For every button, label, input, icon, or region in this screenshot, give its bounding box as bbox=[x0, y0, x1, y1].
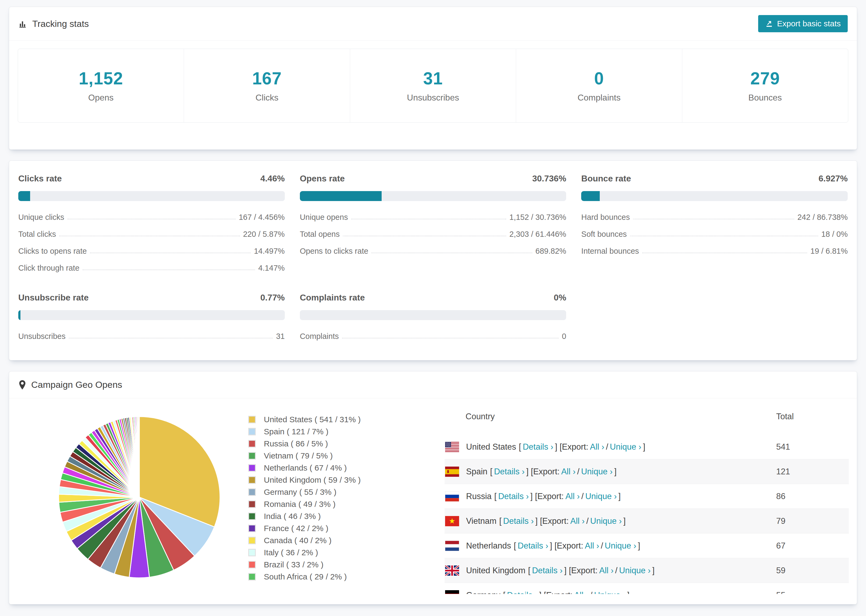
details-link[interactable]: Details › bbox=[498, 492, 529, 501]
rate-row-value: 19 / 6.81% bbox=[810, 247, 848, 256]
flag-icon-gb bbox=[445, 566, 459, 576]
bracket-close: ] bbox=[643, 442, 646, 452]
legend-label: Russia ( 86 / 5% ) bbox=[264, 439, 328, 448]
rate-progress-fill bbox=[300, 191, 382, 201]
dotted-leader bbox=[69, 338, 273, 338]
export-unique-link[interactable]: Unique › bbox=[610, 442, 641, 452]
rate-progress bbox=[18, 310, 285, 320]
rate-row-click-through-rate: Click through rate4.147% bbox=[18, 264, 285, 272]
export-all-link[interactable]: All › bbox=[565, 492, 579, 501]
rate-value: 0% bbox=[554, 293, 566, 303]
geo-body: United States ( 541 / 31% )Spain ( 121 /… bbox=[9, 398, 857, 604]
rate-row-label: Hard bounces bbox=[581, 213, 630, 222]
rate-row-total-clicks: Total clicks220 / 5.87% bbox=[18, 230, 285, 239]
rate-progress bbox=[300, 191, 567, 201]
legend-item-india[interactable]: India ( 46 / 3% ) bbox=[248, 512, 436, 521]
geo-card: Campaign Geo Opens United States ( 541 /… bbox=[9, 371, 857, 605]
dotted-leader bbox=[372, 253, 532, 253]
total-value: 79 bbox=[776, 516, 849, 526]
details-link[interactable]: Details › bbox=[518, 541, 548, 551]
map-pin-icon bbox=[18, 380, 26, 390]
export-unique-link[interactable]: Unique › bbox=[590, 516, 622, 526]
country-name: Netherlands bbox=[466, 541, 511, 551]
rate-progress-fill bbox=[581, 191, 600, 201]
legend-item-canada[interactable]: Canada ( 40 / 2% ) bbox=[248, 536, 436, 545]
legend-item-brazil[interactable]: Brazil ( 33 / 2% ) bbox=[248, 560, 436, 569]
export-prefix: ] [Export: bbox=[526, 467, 560, 476]
export-unique-link[interactable]: Unique › bbox=[585, 492, 617, 501]
country-name: United States bbox=[466, 442, 516, 452]
export-prefix: ] [Export: bbox=[564, 566, 598, 575]
tracking-stats-body: 1,152Opens167Clicks31Unsubscribes0Compla… bbox=[9, 49, 857, 123]
slash: / bbox=[581, 492, 584, 501]
legend-swatch bbox=[248, 476, 256, 484]
export-unique-link[interactable]: Unique › bbox=[605, 541, 636, 551]
export-all-link[interactable]: All › bbox=[561, 467, 576, 476]
legend-swatch bbox=[248, 464, 256, 472]
dotted-leader bbox=[642, 253, 808, 253]
export-all-link[interactable]: All › bbox=[574, 591, 589, 594]
export-all-link[interactable]: All › bbox=[599, 566, 614, 575]
page-title: Tracking stats bbox=[32, 19, 89, 29]
export-basic-stats-button[interactable]: Export basic stats bbox=[758, 15, 848, 32]
legend-item-spain[interactable]: Spain ( 121 / 7% ) bbox=[248, 427, 436, 436]
bracket: [ bbox=[514, 541, 516, 551]
bracket: [ bbox=[519, 442, 521, 452]
rate-row-complaints: Complaints0 bbox=[300, 332, 567, 341]
legend-item-italy[interactable]: Italy ( 36 / 2% ) bbox=[248, 548, 436, 557]
legend-item-russia[interactable]: Russia ( 86 / 5% ) bbox=[248, 439, 436, 448]
export-unique-link[interactable]: Unique › bbox=[594, 591, 625, 594]
tracking-stats-header: Tracking stats Export basic stats bbox=[9, 7, 857, 41]
legend-swatch bbox=[248, 525, 256, 532]
legend-item-romania[interactable]: Romania ( 49 / 3% ) bbox=[248, 500, 436, 509]
stat-box-clicks: 167Clicks bbox=[184, 49, 350, 122]
dotted-leader bbox=[83, 270, 255, 270]
legend-item-united-states[interactable]: United States ( 541 / 31% ) bbox=[248, 415, 436, 424]
export-unique-link[interactable]: Unique › bbox=[581, 467, 612, 476]
details-link[interactable]: Details › bbox=[494, 467, 525, 476]
legend-item-vietnam[interactable]: Vietnam ( 79 / 5% ) bbox=[248, 451, 436, 460]
rate-rows: Complaints0 bbox=[300, 332, 567, 341]
export-all-link[interactable]: All › bbox=[570, 516, 585, 526]
country-name: Germany bbox=[466, 591, 500, 594]
legend-item-netherlands[interactable]: Netherlands ( 67 / 4% ) bbox=[248, 464, 436, 473]
rate-value: 4.46% bbox=[260, 174, 285, 184]
rate-row-label: Unique opens bbox=[300, 213, 348, 222]
legend-item-france[interactable]: France ( 42 / 2% ) bbox=[248, 524, 436, 533]
legend-item-united-kingdom[interactable]: United Kingdom ( 59 / 3% ) bbox=[248, 475, 436, 485]
rate-title: Complaints rate bbox=[300, 293, 365, 303]
rates-card: Clicks rate4.46%Unique clicks167 / 4.456… bbox=[9, 160, 857, 360]
rate-head: Clicks rate4.46% bbox=[18, 174, 285, 184]
rate-row-label: Internal bounces bbox=[581, 247, 639, 256]
legend-label: Netherlands ( 67 / 4% ) bbox=[264, 464, 347, 473]
rate-row-value: 689.82% bbox=[535, 247, 567, 256]
rate-rows: Unique opens1,152 / 30.736%Total opens2,… bbox=[300, 213, 567, 256]
dotted-leader bbox=[351, 219, 506, 219]
details-link[interactable]: Details › bbox=[503, 516, 534, 526]
stat-value: 0 bbox=[594, 69, 604, 88]
legend-item-germany[interactable]: Germany ( 55 / 3% ) bbox=[248, 487, 436, 497]
rate-row-label: Unsubscribes bbox=[18, 332, 66, 341]
country-cell: United Kingdom[Details ›] [Export:All ›/… bbox=[444, 566, 776, 576]
dotted-leader bbox=[59, 236, 240, 236]
legend-item-south-africa[interactable]: South Africa ( 29 / 2% ) bbox=[248, 572, 436, 581]
geo-pie-area bbox=[18, 398, 236, 604]
bracket-close: ] bbox=[624, 516, 626, 526]
rate-title: Clicks rate bbox=[18, 174, 62, 184]
legend-swatch bbox=[248, 428, 256, 435]
details-link[interactable]: Details › bbox=[532, 566, 563, 575]
rate-row-value: 18 / 0% bbox=[821, 230, 848, 239]
details-link[interactable]: Details › bbox=[523, 442, 553, 452]
export-prefix: ] [Export: bbox=[535, 516, 569, 526]
dotted-leader bbox=[343, 236, 506, 236]
details-link[interactable]: Details › bbox=[507, 591, 538, 594]
export-prefix: ] [Export: bbox=[550, 541, 583, 551]
export-all-link[interactable]: All › bbox=[585, 541, 599, 551]
rate-value: 6.927% bbox=[819, 174, 848, 184]
rate-row-value: 242 / 86.738% bbox=[797, 213, 848, 222]
export-all-link[interactable]: All › bbox=[590, 442, 604, 452]
rate-progress bbox=[581, 191, 848, 201]
export-unique-link[interactable]: Unique › bbox=[619, 566, 650, 575]
dotted-leader bbox=[68, 219, 236, 219]
legend-swatch bbox=[248, 488, 256, 496]
